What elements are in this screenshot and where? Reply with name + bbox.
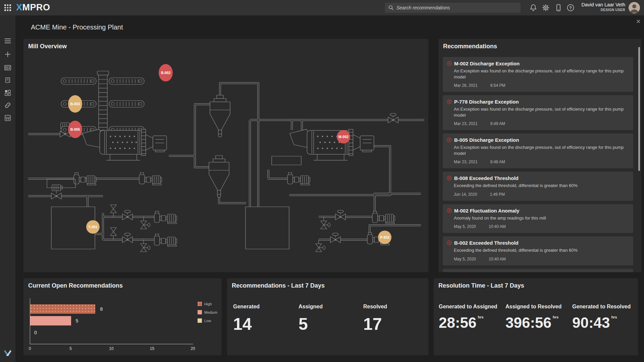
legend-label: Medium xyxy=(204,310,217,314)
help-icon[interactable]: ? xyxy=(566,3,575,12)
conveyor[interactable] xyxy=(109,78,144,84)
user-role: DESIGN USER xyxy=(581,8,625,12)
app-blocks-icon[interactable] xyxy=(4,89,12,97)
legend-item-high: High xyxy=(198,302,212,306)
stat-label: Assigned to Resolved xyxy=(505,304,569,310)
mill-panel-title: Mill Overview xyxy=(28,43,67,50)
recommendation-description: An Exception was found on the discharge … xyxy=(454,68,629,80)
recommendation-title: B-008 Exceeded Threshold xyxy=(454,175,519,181)
recommendation-time: 8:49 AM xyxy=(490,121,505,126)
recommendation-title: M-002 Fluctuation Anomaly xyxy=(454,208,519,214)
link-icon[interactable] xyxy=(4,101,12,109)
recommendation-time: 10:40 AM xyxy=(489,257,506,261)
recommendation-description: Anomaly found on the amp readings for th… xyxy=(454,215,629,221)
recommendation-description: Exceeding the defined threshold, differe… xyxy=(454,247,629,253)
asset-badge-M-002[interactable]: M-002 xyxy=(337,130,350,143)
stat-value: 396:56hrs xyxy=(505,314,569,331)
recommendation-time: 10:40 AM xyxy=(489,224,506,229)
conveyor[interactable] xyxy=(109,101,144,107)
user-menu[interactable]: David van Laar Veth DESIGN USER xyxy=(581,2,625,12)
error-icon xyxy=(447,99,452,104)
tank-2[interactable] xyxy=(246,207,289,249)
error-icon xyxy=(447,176,452,181)
pump[interactable] xyxy=(139,173,162,185)
dashboards-icon[interactable] xyxy=(4,64,12,72)
bucket-elevator[interactable] xyxy=(97,71,109,137)
recommendation-title: M-002 Discharge Exception xyxy=(454,61,520,66)
legend-swatch xyxy=(198,318,202,323)
xmpro-x-logo[interactable] xyxy=(4,349,12,357)
recommendation-description: Exceeding the defined threshold, differe… xyxy=(454,183,629,189)
recommendation-card[interactable]: B-008 Exceeded ThresholdExceeding the de… xyxy=(443,172,633,201)
asset-badge-P-932[interactable]: P-932 xyxy=(378,231,391,244)
recommendations-title: Recommendations xyxy=(443,43,497,50)
avatar[interactable] xyxy=(629,2,640,13)
stat-label: Resolved xyxy=(363,304,427,310)
data-grid-icon[interactable] xyxy=(4,114,12,122)
error-icon xyxy=(447,137,452,142)
stat-label: Generated to Assigned xyxy=(439,304,502,310)
asset-badge-T-001[interactable]: T-001 xyxy=(86,220,100,234)
mobile-icon[interactable] xyxy=(554,3,563,12)
ball-mill-2[interactable] xyxy=(290,129,374,161)
ball-mill-1[interactable] xyxy=(83,129,167,161)
bell-icon[interactable] xyxy=(529,3,538,12)
add-icon[interactable] xyxy=(4,50,12,58)
asset-badge-B-003[interactable]: B-003 xyxy=(68,95,82,113)
stat-label: Generated xyxy=(233,304,297,310)
bar-value: 0 xyxy=(34,330,37,335)
legend-label: Low xyxy=(204,319,211,323)
asset-badge-B-002[interactable]: B-002 xyxy=(159,64,173,81)
bar-high xyxy=(30,304,95,314)
conveyor[interactable] xyxy=(61,78,96,84)
stat-label: Generated to Resolved xyxy=(572,304,636,310)
recommendation-card[interactable]: P-778 Discharge ExceptionAn Exception wa… xyxy=(443,95,633,130)
recommendation-card[interactable]: M-002 Discharge ExceptionAn Exception wa… xyxy=(443,57,633,92)
recommendation-description: An Exception was found on the discharge … xyxy=(454,144,629,156)
recommendation-card[interactable]: B-005 Discharge ExceptionAn Exception wa… xyxy=(443,133,633,168)
recommendation-title: B-005 Discharge Exception xyxy=(454,137,519,143)
resolution-title: Resolution Time - Last 7 Days xyxy=(438,282,524,289)
stat-value: 28:56hrs xyxy=(439,314,502,331)
close-icon[interactable]: ✕ xyxy=(636,18,641,25)
recommendations-list: M-002 Discharge ExceptionAn Exception wa… xyxy=(443,57,633,272)
x-tick: 10 xyxy=(109,346,113,351)
cyclone-2[interactable] xyxy=(209,156,229,197)
recommendation-time: 1:49 PM xyxy=(490,192,505,197)
recommendation-card[interactable]: B-002 Exceeded ThresholdExceeding the de… xyxy=(443,236,633,265)
mill-base-frame xyxy=(272,156,301,165)
search-input[interactable] xyxy=(396,5,511,11)
top-bar: XMPRO xyxy=(0,0,644,15)
cyclone-1[interactable] xyxy=(210,95,230,137)
forms-icon[interactable] xyxy=(4,76,12,84)
app-launcher-icon[interactable] xyxy=(4,4,12,12)
equipment xyxy=(47,71,395,249)
legend-item-medium: Medium xyxy=(198,310,217,314)
error-icon xyxy=(447,208,452,213)
recommendation-card[interactable]: M-002 Fluctuation AnomalyAnomaly found o… xyxy=(443,204,633,233)
search-bar[interactable] xyxy=(385,3,521,13)
recommendation-time: 6:54 PM xyxy=(490,83,505,88)
xmpro-logo[interactable]: XMPRO xyxy=(16,2,50,13)
scrollbar-thumb[interactable] xyxy=(638,47,640,171)
search-icon xyxy=(388,5,394,10)
error-icon xyxy=(447,240,452,245)
svg-text:?: ? xyxy=(569,6,572,10)
recommendations-panel: Recommendations M-002 Discharge Exceptio… xyxy=(438,39,641,272)
pump[interactable] xyxy=(74,173,96,185)
recommendation-card[interactable]: B-007 Exceeded ThresholdExceeding the de… xyxy=(443,269,633,272)
legend-swatch xyxy=(198,302,202,306)
pump[interactable] xyxy=(154,234,177,246)
recommendation-date: Jun 14, 2020 xyxy=(454,192,477,197)
logo-rest: MPRO xyxy=(22,2,50,12)
legend-label: High xyxy=(204,302,212,306)
bar-chart: 85005101520HighMediumLow xyxy=(23,278,222,355)
asset-badge-B-005[interactable]: B-005 xyxy=(68,121,82,138)
pump[interactable] xyxy=(287,173,310,185)
x-tick: 5 xyxy=(69,346,72,351)
pump[interactable] xyxy=(372,211,395,224)
recommendation-title: B-002 Exceeded Threshold xyxy=(454,240,519,246)
gear-icon[interactable] xyxy=(541,3,550,12)
pump[interactable] xyxy=(154,211,177,224)
menu-icon[interactable] xyxy=(4,37,12,45)
